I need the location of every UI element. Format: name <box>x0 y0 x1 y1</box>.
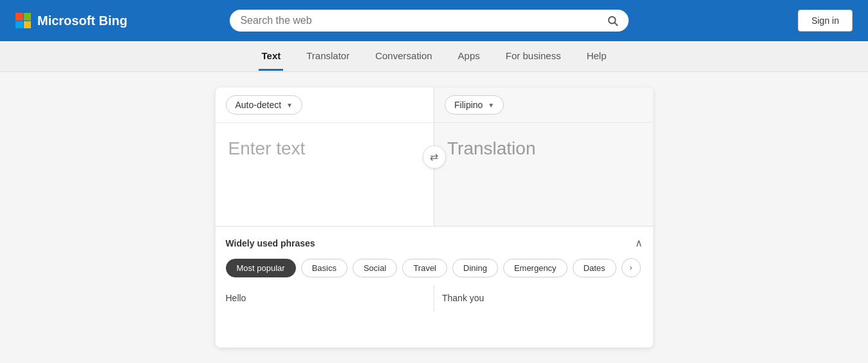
logo-red <box>15 13 23 21</box>
phrase-tag-emergency[interactable]: Emergency <box>503 259 568 277</box>
target-phrase-col: Thank you <box>434 285 643 311</box>
nav-item-apps[interactable]: Apps <box>456 42 483 71</box>
nav-item-translator[interactable]: Translator <box>304 42 352 71</box>
swap-languages-button[interactable]: ⇄ <box>423 145 446 169</box>
svg-line-1 <box>615 23 618 25</box>
phrase-tag-dining[interactable]: Dining <box>452 259 498 277</box>
search-input[interactable] <box>240 15 602 26</box>
phrase-tags-next-button[interactable]: › <box>622 258 641 277</box>
phrases-section: Widely used phrases ∧ Most popular Basic… <box>216 226 653 321</box>
phrase-item-hello[interactable]: Hello <box>226 290 427 306</box>
translator-container: Auto-detect ▼ Enter text ⇄ Filipino ▼ <box>216 88 653 348</box>
search-container <box>204 10 654 32</box>
source-text-area[interactable]: Enter text <box>216 123 434 226</box>
logo-blue <box>15 21 23 29</box>
phrases-header: Widely used phrases ∧ <box>226 237 643 249</box>
phrase-tag-basics[interactable]: Basics <box>301 259 347 277</box>
main-content: Auto-detect ▼ Enter text ⇄ Filipino ▼ <box>0 72 868 363</box>
phrase-tag-social[interactable]: Social <box>353 259 397 277</box>
navigation: Text Translator Conversation Apps For bu… <box>0 41 868 72</box>
target-header: Filipino ▼ <box>434 88 653 123</box>
target-chevron-icon: ▼ <box>488 102 494 109</box>
next-icon: › <box>630 263 633 272</box>
source-phrase-col: Hello <box>226 285 435 311</box>
source-header: Auto-detect ▼ <box>216 88 434 123</box>
phrase-tags: Most popular Basics Social Travel Dining… <box>226 258 643 277</box>
target-language-selector[interactable]: Filipino ▼ <box>445 95 504 115</box>
source-placeholder: Enter text <box>228 138 306 158</box>
phrase-item-thank-you[interactable]: Thank you <box>442 290 643 306</box>
search-button[interactable] <box>607 15 618 26</box>
nav-item-text[interactable]: Text <box>259 42 283 71</box>
logo: Microsoft Bing <box>15 13 127 28</box>
nav-item-for-business[interactable]: For business <box>503 42 564 71</box>
phrase-tag-most-popular[interactable]: Most popular <box>226 259 296 277</box>
logo-text: Microsoft Bing <box>37 14 127 28</box>
logo-yellow <box>24 21 32 29</box>
search-icon <box>607 15 618 26</box>
sign-in-button[interactable]: Sign in <box>798 10 853 32</box>
source-language-selector[interactable]: Auto-detect ▼ <box>226 95 303 115</box>
source-panel: Auto-detect ▼ Enter text <box>216 88 435 226</box>
phrase-list: Hello Thank you <box>226 285 643 311</box>
target-text-area: Translation <box>434 123 653 226</box>
target-language-label: Filipino <box>454 100 483 110</box>
phrase-tag-dates[interactable]: Dates <box>573 259 616 277</box>
translation-area: Auto-detect ▼ Enter text ⇄ Filipino ▼ <box>216 88 653 226</box>
nav-item-help[interactable]: Help <box>584 42 609 71</box>
microsoft-logo <box>15 13 31 28</box>
target-placeholder: Translation <box>447 138 535 158</box>
nav-item-conversation[interactable]: Conversation <box>373 42 434 71</box>
phrase-tag-travel[interactable]: Travel <box>402 259 447 277</box>
logo-green <box>24 13 32 21</box>
collapse-phrases-button[interactable]: ∧ <box>635 237 643 249</box>
swap-icon: ⇄ <box>430 151 438 163</box>
source-language-label: Auto-detect <box>235 100 282 110</box>
header: Microsoft Bing Sign in <box>0 0 868 41</box>
phrases-title: Widely used phrases <box>226 238 315 248</box>
target-panel: Filipino ▼ Translation <box>434 88 653 226</box>
header-right: Sign in <box>798 10 853 32</box>
source-chevron-icon: ▼ <box>286 102 293 109</box>
search-bar <box>230 10 629 32</box>
